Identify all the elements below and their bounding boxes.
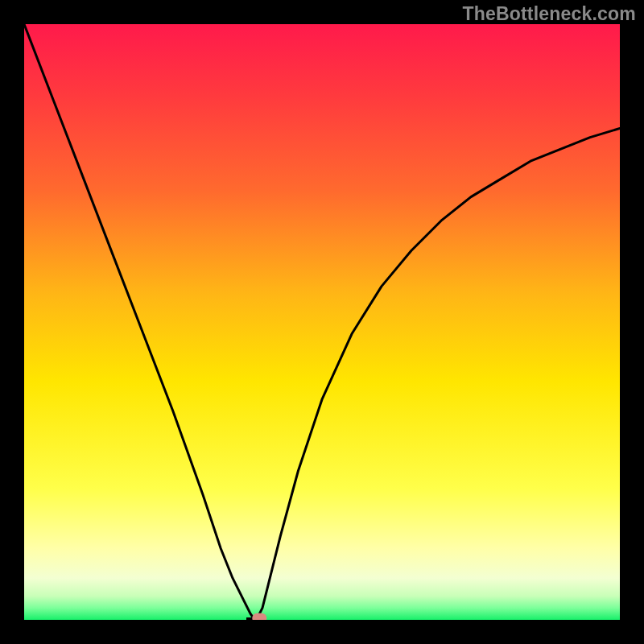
chart-frame: TheBottleneck.com [0,0,644,644]
plot-area [24,24,620,620]
gradient-bg [24,24,620,620]
optimum-marker [252,613,266,620]
watermark-text: TheBottleneck.com [462,3,636,25]
chart-svg [24,24,620,620]
marker-group [252,613,266,620]
